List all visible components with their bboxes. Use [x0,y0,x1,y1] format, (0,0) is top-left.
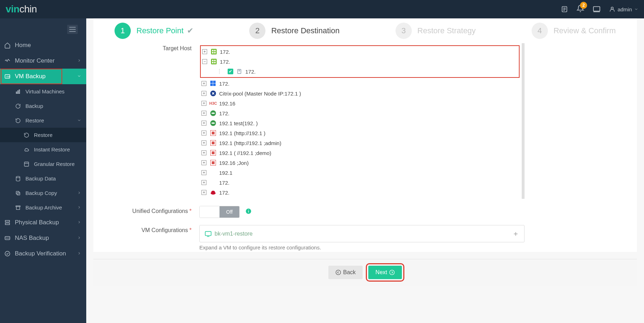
nav-item-instant-restore[interactable]: Instant Restore [0,142,86,157]
verify-icon [4,250,11,257]
nav-item-backup-copy[interactable]: Backup Copy [0,186,86,200]
expand-icon[interactable]: + [202,49,207,54]
granular-icon [23,161,30,167]
tree-node[interactable]: +172. [201,108,520,118]
svg-rect-12 [16,92,17,93]
nav-item-virtual-machines[interactable]: Virtual Machines [0,84,86,99]
nav-item-home[interactable]: Home [0,38,86,53]
svg-point-62 [336,270,340,275]
expand-icon[interactable]: + [201,101,206,106]
svg-rect-42 [210,83,213,86]
arrow-left-icon [335,270,341,275]
next-button[interactable]: Next [368,266,402,279]
logo-suffix: chin [19,4,37,15]
nav-item-monitor-center[interactable]: Monitor Center [0,53,86,69]
svg-rect-35 [212,62,213,63]
nav-label: Backup [25,103,43,109]
nav-item-vm-backup[interactable]: VMVM Backup [0,69,86,84]
step-label: Restore Strategy [417,26,476,35]
vm-configurations-box[interactable]: bk-vm1-restore ＋ [199,225,525,242]
doc-icon[interactable] [561,6,568,13]
nav-item-restore[interactable]: Restore [0,113,86,128]
node-label: 172. [245,69,256,75]
nav-item-backup-verification[interactable]: Backup Verification [0,246,86,261]
svg-text:VM: VM [6,75,10,78]
expand-icon[interactable]: + [201,190,206,195]
expand-icon[interactable]: + [201,91,206,96]
platform-icon [210,80,216,87]
vm-icon: VM [4,73,11,80]
target-host-tree[interactable]: +172. −172. ✔172. +172. +Citrix-pool (Ma… [199,43,525,199]
toggle-unified-config[interactable]: Off [199,206,240,218]
nav-item-physical-backup[interactable]: Physical Backup [0,215,86,230]
expand-icon[interactable]: + [201,160,206,165]
nav-label: Backup Verification [15,250,66,257]
tree-node[interactable]: +192.1 ( //192.1 ;demo) [201,148,520,158]
menu-toggle[interactable] [67,25,78,34]
tree-node[interactable]: +172. [201,178,520,188]
tree-node[interactable]: +192.16 ;Jon) [201,158,520,168]
tree-node[interactable]: +192.1 [201,168,520,178]
expand-icon[interactable]: + [201,121,206,126]
svg-rect-52 [212,151,215,154]
nav-item-backup-data[interactable]: Backup Data [0,171,86,186]
svg-rect-40 [210,81,213,83]
svg-point-26 [5,251,10,256]
tree-node[interactable]: +192.1 (http://192.1 ;admin) [201,138,520,148]
expand-icon[interactable]: + [201,180,206,185]
svg-rect-19 [16,191,19,194]
expand-icon[interactable]: + [201,170,206,175]
platform-icon [210,150,216,156]
chevron-icon [77,250,81,257]
node-label: 192.1 (http://192.1 ;admin) [219,140,281,146]
notification-badge: 2 [580,2,587,9]
svg-rect-21 [16,207,19,209]
add-vm-icon[interactable]: ＋ [512,229,519,238]
node-label: Citrix-pool (Master Node IP:172.1 ) [219,91,301,97]
expand-icon[interactable]: + [201,131,206,135]
chevron-icon [77,219,81,226]
platform-icon [210,169,216,176]
tree-node[interactable]: +172. [202,47,517,57]
svg-rect-43 [213,83,216,86]
nav-item-granular-restore[interactable]: Granular Restore [0,157,86,171]
step-2[interactable]: 2Restore Destination [249,23,339,39]
tree-node[interactable]: +192.1 (http://192.1 ) [201,128,520,138]
tree-node[interactable]: +H3C192.16 [201,98,520,108]
svg-point-6 [611,7,613,9]
info-icon[interactable] [245,208,252,216]
step-4[interactable]: 4Review & Confirm [532,23,616,39]
user-menu[interactable]: admin [609,6,638,12]
svg-rect-32 [211,59,217,64]
expand-icon[interactable]: + [201,111,206,116]
svg-rect-33 [212,60,213,61]
nav-item-nas-backup[interactable]: NASNAS Backup [0,230,86,246]
tree-node[interactable]: +172. [201,79,520,88]
nav-item-restore[interactable]: Restore [0,128,86,142]
step-1[interactable]: 1Restore Point ✔ [115,23,193,39]
label-vm-config: VM Configurations* [100,225,199,242]
tree-node[interactable]: +172. [201,188,520,197]
node-label: 172. [219,110,229,116]
svg-rect-4 [593,7,600,11]
svg-rect-58 [248,210,249,212]
nav-item-backup[interactable]: Backup [0,99,86,113]
back-button[interactable]: Back [328,266,363,279]
platform-icon [210,90,216,97]
nav-label: VM Backup [15,73,46,80]
tree-node[interactable]: +192.1 test(192. ) [201,118,520,128]
expand-icon[interactable]: + [201,150,206,155]
tree-node-child[interactable]: ✔172. [202,67,517,76]
step-3[interactable]: 3Restore Strategy [396,23,476,39]
checkbox-checked-icon[interactable]: ✔ [228,69,233,74]
monitor-icon[interactable] [593,5,601,13]
collapse-icon[interactable]: − [202,59,207,64]
expand-icon[interactable]: + [201,140,206,145]
expand-icon[interactable]: + [201,81,206,86]
svg-rect-48 [212,132,215,134]
node-label: 172. [219,190,229,196]
tree-node[interactable]: −172. [202,57,517,67]
tree-node[interactable]: +Citrix-pool (Master Node IP:172.1 ) [201,88,520,98]
nav-item-backup-archive[interactable]: Backup Archive [0,200,86,215]
notifications-bell[interactable]: 2 [576,5,584,14]
